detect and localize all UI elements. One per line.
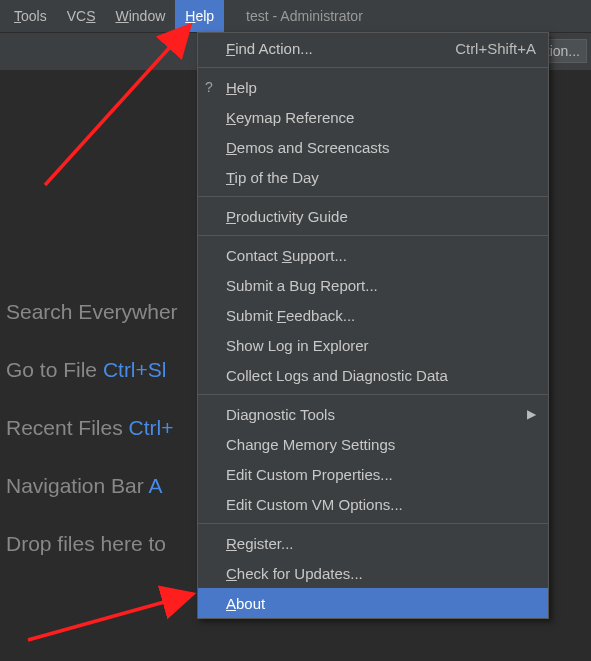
menu-separator xyxy=(198,67,548,68)
question-icon: ? xyxy=(205,79,213,95)
menubar: Tools VCS Window Help test - Administrat… xyxy=(0,0,591,32)
submenu-arrow-icon: ▶ xyxy=(527,407,536,421)
help-menu-dropdown: Find Action... Ctrl+Shift+A ? Help Keyma… xyxy=(197,32,549,619)
menu-item-find-action[interactable]: Find Action... Ctrl+Shift+A xyxy=(198,33,548,63)
menu-item-collect-logs[interactable]: Collect Logs and Diagnostic Data xyxy=(198,360,548,390)
menu-item-change-memory[interactable]: Change Memory Settings xyxy=(198,429,548,459)
menu-item-edit-custom-vm-options[interactable]: Edit Custom VM Options... xyxy=(198,489,548,519)
menu-item-edit-custom-properties[interactable]: Edit Custom Properties... xyxy=(198,459,548,489)
menu-separator xyxy=(198,235,548,236)
accelerator: Ctrl+Shift+A xyxy=(455,40,536,57)
menu-item-demos-screencasts[interactable]: Demos and Screencasts xyxy=(198,132,548,162)
menu-item-keymap-reference[interactable]: Keymap Reference xyxy=(198,102,548,132)
menu-separator xyxy=(198,196,548,197)
menu-separator xyxy=(198,394,548,395)
menu-tools[interactable]: Tools xyxy=(4,0,57,32)
menu-item-submit-feedback[interactable]: Submit Feedback... xyxy=(198,300,548,330)
menu-help[interactable]: Help xyxy=(175,0,224,32)
menu-item-register[interactable]: Register... xyxy=(198,528,548,558)
menu-item-help[interactable]: ? Help xyxy=(198,72,548,102)
menu-separator xyxy=(198,523,548,524)
window-title: test - Administrator xyxy=(246,8,363,24)
menu-window[interactable]: Window xyxy=(105,0,175,32)
menu-item-show-log[interactable]: Show Log in Explorer xyxy=(198,330,548,360)
menu-item-check-updates[interactable]: Check for Updates... xyxy=(198,558,548,588)
menu-item-about[interactable]: About xyxy=(198,588,548,618)
menu-vcs[interactable]: VCS xyxy=(57,0,106,32)
menu-item-contact-support[interactable]: Contact Support... xyxy=(198,240,548,270)
arrow-to-about xyxy=(28,594,193,640)
menu-item-submit-bug-report[interactable]: Submit a Bug Report... xyxy=(198,270,548,300)
menu-item-tip-of-the-day[interactable]: Tip of the Day xyxy=(198,162,548,192)
menu-item-productivity-guide[interactable]: Productivity Guide xyxy=(198,201,548,231)
menu-item-diagnostic-tools[interactable]: Diagnostic Tools ▶ xyxy=(198,399,548,429)
